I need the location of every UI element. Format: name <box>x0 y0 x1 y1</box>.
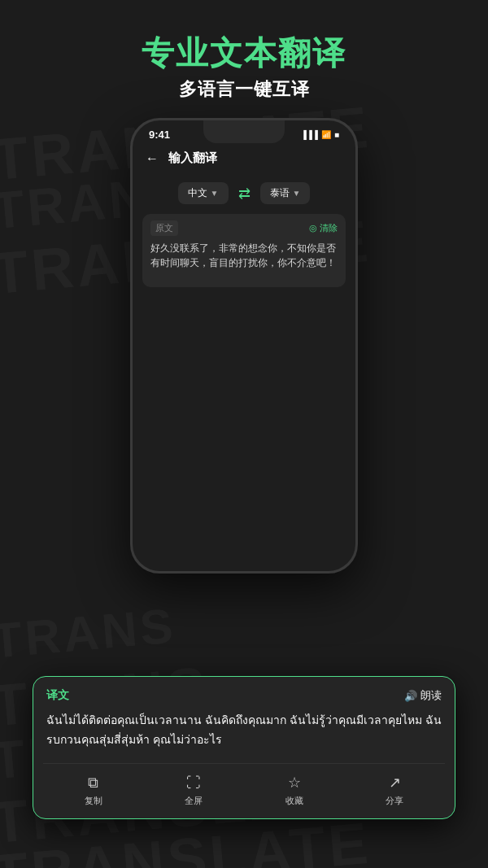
fullscreen-button[interactable]: ⛶ 全屏 <box>185 774 203 807</box>
target-lang-label: 泰语 <box>270 186 290 200</box>
nav-title: 输入翻译 <box>168 150 217 166</box>
back-button[interactable]: ← <box>146 151 159 166</box>
input-area[interactable]: 原文 ◎ 清除 好久没联系了，非常的想念你，不知你是否有时间聊天，盲目的打扰你，… <box>142 214 346 287</box>
wifi-icon: 📶 <box>321 130 331 139</box>
share-button[interactable]: ↗ 分享 <box>386 774 403 807</box>
input-label: 原文 <box>150 220 178 236</box>
speaker-icon: 🔊 <box>404 690 417 702</box>
clear-icon: ◎ <box>309 223 317 233</box>
share-icon: ↗ <box>389 774 401 792</box>
status-icons: ▐▐▐ 📶 ■ <box>301 130 339 139</box>
translation-card: 译文 🔊 朗读 ฉันไม่ได้ติดต่อคุณเป็นเวลานาน ฉั… <box>33 676 455 819</box>
page-subtitle: 多语言一键互译 <box>0 77 488 102</box>
share-label: 分享 <box>386 795 403 807</box>
source-language-button[interactable]: 中文 ▼ <box>178 182 229 204</box>
target-language-button[interactable]: 泰语 ▼ <box>260 182 311 204</box>
source-lang-label: 中文 <box>188 186 207 200</box>
favorite-label: 收藏 <box>285 795 303 807</box>
copy-button[interactable]: ⧉ 复制 <box>85 774 102 807</box>
read-aloud-label: 朗读 <box>420 688 442 703</box>
copy-icon: ⧉ <box>88 774 98 792</box>
clear-label: 清除 <box>320 222 338 234</box>
favorite-button[interactable]: ☆ 收藏 <box>285 774 303 807</box>
page-title: 专业文本翻译 <box>0 31 488 76</box>
phone-mockup: 9:41 ▐▐▐ 📶 ■ ← 输入翻译 中文 ▼ ⇄ 泰语 ▼ <box>130 118 358 574</box>
language-selector: 中文 ▼ ⇄ 泰语 ▼ <box>142 176 346 211</box>
source-lang-arrow: ▼ <box>211 189 219 198</box>
phone-notch <box>203 120 285 143</box>
card-actions: ⧉ 复制 ⛶ 全屏 ☆ 收藏 ↗ 分享 <box>43 763 445 807</box>
copy-label: 复制 <box>85 795 102 807</box>
status-time: 9:41 <box>149 129 170 141</box>
fullscreen-label: 全屏 <box>185 795 203 807</box>
input-header: 原文 ◎ 清除 <box>150 220 338 236</box>
phone-screen: 9:41 ▐▐▐ 📶 ■ ← 输入翻译 中文 ▼ ⇄ 泰语 ▼ <box>133 120 355 571</box>
read-aloud-button[interactable]: 🔊 朗读 <box>404 688 442 703</box>
target-lang-arrow: ▼ <box>293 189 301 198</box>
battery-icon: ■ <box>334 130 339 139</box>
translation-label: 译文 <box>46 688 69 703</box>
translated-text: ฉันไม่ได้ติดต่อคุณเป็นเวลานาน ฉันคิดถึงค… <box>46 711 442 750</box>
fullscreen-icon: ⛶ <box>186 774 201 792</box>
signal-icon: ▐▐▐ <box>301 130 318 139</box>
input-text: 好久没联系了，非常的想念你，不知你是否有时间聊天，盲目的打扰你，你不介意吧！ <box>150 241 338 270</box>
star-icon: ☆ <box>288 774 301 792</box>
clear-button[interactable]: ◎ 清除 <box>309 222 338 234</box>
card-header: 译文 🔊 朗读 <box>46 688 442 703</box>
swap-language-icon[interactable]: ⇄ <box>238 185 251 203</box>
nav-bar: ← 输入翻译 <box>133 144 355 172</box>
